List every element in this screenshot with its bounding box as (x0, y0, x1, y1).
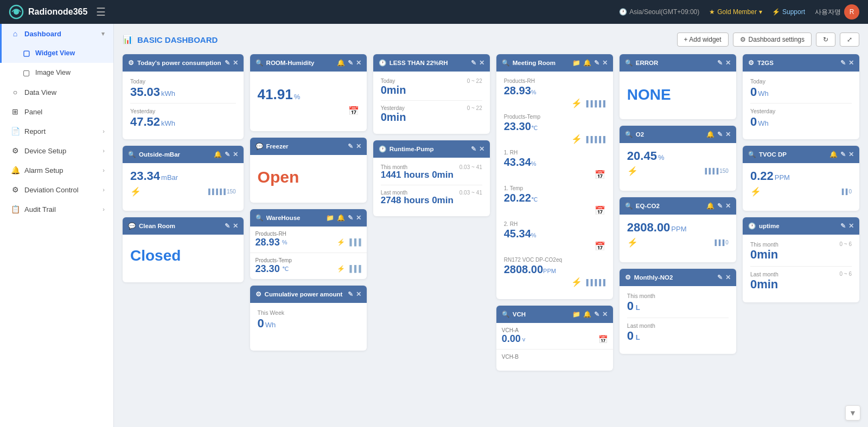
edit-icon[interactable]: ✎ (840, 151, 846, 158)
widget-mbar-footer: ⚡ ▐▐▐▐▐ 150 (130, 186, 236, 197)
refresh-button[interactable]: ↻ (816, 33, 835, 47)
edit-icon[interactable]: ✎ (717, 59, 723, 67)
widget-less22-actions[interactable]: ✎ ✕ (471, 59, 484, 67)
widget-uptime-actions[interactable]: ✎ ✕ (840, 222, 854, 230)
sidebar-item-dashboard[interactable]: ⌂ Dashboard ▾ (0, 24, 113, 43)
widget-t2gs-actions[interactable]: ✎ ✕ (840, 59, 854, 67)
close-icon[interactable]: ✕ (356, 214, 361, 222)
bell-icon[interactable]: 🔔 (337, 214, 345, 222)
calendar-icon: 📅 (595, 241, 605, 251)
widget-error-actions[interactable]: ✎ ✕ (717, 59, 731, 67)
close-icon[interactable]: ✕ (233, 59, 238, 67)
app-logo[interactable]: Radionode365 (9, 4, 87, 20)
widget-eqco2-actions[interactable]: 🔔 ✎ ✕ (706, 202, 731, 210)
close-icon[interactable]: ✕ (356, 290, 361, 298)
hamburger-menu[interactable]: ☰ (96, 5, 106, 18)
widget-no2-actions[interactable]: ✎ ✕ (717, 274, 731, 281)
widget-o2-actions[interactable]: 🔔 ✎ ✕ (706, 131, 731, 138)
close-icon[interactable]: ✕ (725, 59, 731, 67)
close-icon[interactable]: ✕ (725, 131, 731, 138)
edit-icon[interactable]: ✎ (594, 310, 599, 318)
widget-power-today-row: Today 35.03kWh (130, 78, 236, 99)
sidebar-item-deviation-control[interactable]: ⚙ Deviation Control › (0, 180, 113, 199)
chevron-right-icon: › (103, 147, 105, 154)
widget-eqco2-body: 2808.00PPM ⚡ ▐▐▐ 0 (620, 215, 736, 254)
widget-pump-actions[interactable]: ✎ ✕ (471, 145, 484, 153)
edit-icon[interactable]: ✎ (840, 222, 846, 230)
bell-icon[interactable]: 🔔 (829, 151, 838, 158)
edit-icon[interactable]: ✎ (348, 290, 353, 298)
edit-icon[interactable]: ✎ (225, 59, 230, 67)
edit-icon[interactable]: ✎ (471, 145, 476, 153)
widget-warehouse-actions[interactable]: 📁 🔔 ✎ ✕ (326, 214, 361, 222)
close-icon[interactable]: ✕ (848, 222, 854, 230)
bell-icon[interactable]: 🔔 (214, 151, 222, 158)
sidebar-item-widget-view[interactable]: ▢ Widget View (0, 43, 113, 63)
widget-meeting-actions[interactable]: 📁 🔔 ✎ ✕ (572, 59, 608, 67)
widget-vch-actions[interactable]: 📁 🔔 ✎ ✕ (572, 310, 608, 318)
vch-a-row: 0.00 v 📅 (502, 333, 608, 345)
user-menu[interactable]: 사용자명 R (815, 4, 859, 20)
meeting-2rh: 2. RH 45.34% 📅 (504, 221, 605, 251)
close-icon[interactable]: ✕ (848, 59, 854, 67)
close-icon[interactable]: ✕ (356, 143, 361, 150)
bell-icon[interactable]: 🔔 (583, 310, 591, 318)
widget-power-actions[interactable]: ✎ ✕ (225, 59, 238, 67)
bell-icon[interactable]: 🔔 (583, 59, 591, 67)
sidebar-item-audit-trail[interactable]: 📋 Audit Trail › (0, 199, 113, 219)
close-icon[interactable]: ✕ (725, 202, 731, 210)
widget-mbar-actions[interactable]: 🔔 ✎ ✕ (214, 151, 238, 158)
folder-icon[interactable]: 📁 (326, 214, 334, 222)
sidebar-label-alarm-setup: Alarm Setup (24, 166, 98, 174)
widget-eqco2-title: EQ-CO2 (636, 203, 703, 209)
sidebar-item-report[interactable]: 📄 Report › (0, 121, 113, 141)
meeting-temp-value-row: 23.30℃ (504, 120, 605, 133)
widget-freezer-body: Open (250, 155, 367, 199)
dashboard-settings-button[interactable]: ⚙ Dashboard settings (733, 33, 812, 47)
widget-humidity-actions[interactable]: 🔔 ✎ ✕ (337, 59, 361, 67)
widget-cumpower-actions[interactable]: ✎ ✕ (348, 290, 361, 298)
edit-icon[interactable]: ✎ (348, 214, 353, 222)
sidebar-item-data-view[interactable]: ○ Data View (0, 82, 113, 102)
widget-tvoc-body: 0.22PPM ⚡ ▐▐ 0 (743, 163, 859, 203)
widget-tvoc-actions[interactable]: 🔔 ✎ ✕ (829, 151, 854, 158)
meeting-temp-value: 23.30 (504, 120, 531, 132)
edit-icon[interactable]: ✎ (225, 222, 230, 230)
sidebar-label-image-view: Image View (35, 69, 105, 76)
close-icon[interactable]: ✕ (233, 151, 238, 158)
bell-icon[interactable]: 🔔 (706, 202, 714, 210)
widget-o2-header: 🔍 O2 🔔 ✎ ✕ (620, 126, 736, 143)
edit-icon[interactable]: ✎ (225, 151, 230, 158)
close-icon[interactable]: ✕ (725, 274, 731, 281)
edit-icon[interactable]: ✎ (594, 59, 599, 67)
edit-icon[interactable]: ✎ (348, 59, 353, 67)
close-icon[interactable]: ✕ (848, 151, 854, 158)
edit-icon[interactable]: ✎ (471, 59, 476, 67)
close-icon[interactable]: ✕ (479, 59, 484, 67)
close-icon[interactable]: ✕ (356, 59, 361, 67)
widget-cleanroom-actions[interactable]: ✎ ✕ (225, 222, 238, 230)
close-icon[interactable]: ✕ (602, 310, 608, 318)
widget-humidity-value: 41.91% (258, 87, 359, 102)
close-icon[interactable]: ✕ (602, 59, 608, 67)
edit-icon[interactable]: ✎ (348, 143, 353, 150)
sidebar-item-image-view[interactable]: ▢ Image View (0, 63, 113, 82)
folder-icon[interactable]: 📁 (572, 59, 580, 67)
scroll-to-bottom-button[interactable]: ▼ (845, 405, 860, 420)
edit-icon[interactable]: ✎ (717, 274, 723, 281)
expand-button[interactable]: ⤢ (840, 33, 859, 47)
add-widget-button[interactable]: + Add widget (677, 33, 729, 47)
edit-icon[interactable]: ✎ (840, 59, 846, 67)
edit-icon[interactable]: ✎ (717, 131, 723, 138)
support-link[interactable]: ⚡ Support (772, 8, 805, 16)
close-icon[interactable]: ✕ (233, 222, 238, 230)
bell-icon[interactable]: 🔔 (706, 131, 714, 138)
widget-freezer-actions[interactable]: ✎ ✕ (348, 143, 361, 150)
sidebar-item-alarm-setup[interactable]: 🔔 Alarm Setup › (0, 160, 113, 180)
sidebar-item-panel[interactable]: ⊞ Panel (0, 102, 113, 121)
sidebar-item-device-setup[interactable]: ⚙ Device Setup › (0, 141, 113, 160)
close-icon[interactable]: ✕ (479, 145, 484, 153)
bell-icon[interactable]: 🔔 (337, 59, 345, 67)
folder-icon[interactable]: 📁 (572, 310, 580, 318)
edit-icon[interactable]: ✎ (717, 202, 723, 210)
